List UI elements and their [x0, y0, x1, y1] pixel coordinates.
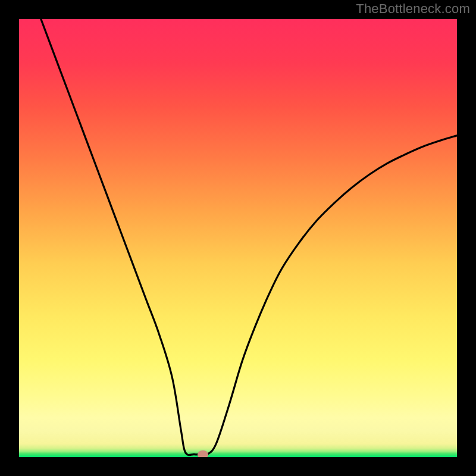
- plot-area: [19, 19, 457, 457]
- curve-svg: [19, 19, 457, 457]
- optimum-marker: [198, 450, 208, 457]
- chart-frame: TheBottleneck.com: [0, 0, 476, 476]
- bottleneck-curve: [41, 19, 457, 455]
- watermark-text: TheBottleneck.com: [356, 1, 470, 17]
